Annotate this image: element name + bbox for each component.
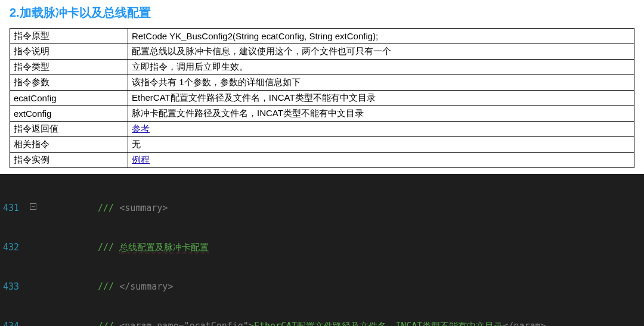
line-number: 431 xyxy=(0,201,21,215)
api-table-wrap: 指令原型RetCode YK_BusConfig2(String ecatCon… xyxy=(0,28,644,174)
table-row: 指令原型RetCode YK_BusConfig2(String ecatCon… xyxy=(10,29,634,44)
table-row: 指令参数该指令共有 1个参数，参数的详细信息如下 xyxy=(10,75,634,91)
line-number: 434 xyxy=(0,319,21,326)
table-val-cell: 配置总线以及脉冲卡信息，建议使用这个，两个文件也可只有一个 xyxy=(128,44,634,60)
code-line: /// 总线配置及脉冲卡配置 xyxy=(45,241,644,254)
table-row: 指令返回值参考 xyxy=(10,122,634,137)
table-row: 指令类型立即指令，调用后立即生效。 xyxy=(10,60,634,75)
table-val-cell: 无 xyxy=(128,137,634,153)
code-line: /// <summary> xyxy=(45,201,644,215)
table-key-cell: 指令返回值 xyxy=(10,122,128,137)
section-heading: 2.加载脉冲卡以及总线配置 xyxy=(0,0,644,28)
table-row: extConfig脉冲卡配置文件路径及文件名，INCAT类型不能有中文目录 xyxy=(10,106,634,122)
line-number: 433 xyxy=(0,280,21,293)
table-val-cell: 例程 xyxy=(128,153,634,168)
table-key-cell: 相关指令 xyxy=(10,137,128,153)
line-number: 432 xyxy=(0,241,21,254)
table-key-cell: 指令参数 xyxy=(10,75,128,91)
table-val-cell: 脉冲卡配置文件路径及文件名，INCAT类型不能有中文目录 xyxy=(128,106,634,122)
table-key-cell: 指令类型 xyxy=(10,60,128,75)
table-val-cell: 该指令共有 1个参数，参数的详细信息如下 xyxy=(128,75,634,91)
table-val-cell: 立即指令，调用后立即生效。 xyxy=(128,60,634,75)
table-key-cell: 指令原型 xyxy=(10,29,128,44)
table-val-cell: EtherCAT配置文件路径及文件名，INCAT类型不能有中文目录 xyxy=(128,91,634,106)
table-row: 指令实例例程 xyxy=(10,153,634,168)
table-row: 相关指令无 xyxy=(10,137,634,153)
table-key-cell: ecatConfig xyxy=(10,91,128,106)
api-table: 指令原型RetCode YK_BusConfig2(String ecatCon… xyxy=(10,28,634,168)
table-row: 指令说明配置总线以及脉冲卡信息，建议使用这个，两个文件也可只有一个 xyxy=(10,44,634,60)
table-val-cell: RetCode YK_BusConfig2(String ecatConfig,… xyxy=(128,29,634,44)
table-val-cell: 参考 xyxy=(128,122,634,137)
table-key-cell: extConfig xyxy=(10,106,128,122)
table-key-cell: 指令说明 xyxy=(10,44,128,60)
code-editor: 431 − /// <summary> 432 /// 总线配置及脉冲卡配置 4… xyxy=(0,174,644,326)
fold-minus-icon[interactable]: − xyxy=(30,203,36,210)
code-line: /// <param name="ecatConfig">EtherCAT配置文… xyxy=(45,319,644,326)
table-key-cell: 指令实例 xyxy=(10,153,128,168)
table-row: ecatConfigEtherCAT配置文件路径及文件名，INCAT类型不能有中… xyxy=(10,91,634,106)
code-line: /// </summary> xyxy=(45,280,644,293)
table-link[interactable]: 参考 xyxy=(132,123,150,133)
table-link[interactable]: 例程 xyxy=(132,154,150,164)
